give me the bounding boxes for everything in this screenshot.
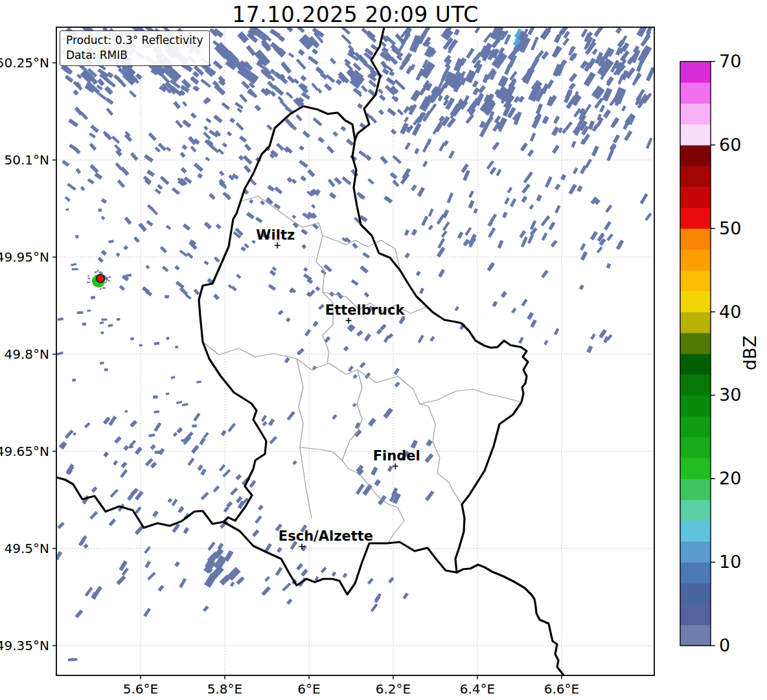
y-tick-label: 49.95°N [0,249,49,265]
radar-map: WiltzEttelbruckFindelEsch/Alzette5.6°E5.… [0,0,767,700]
x-tick-label: 6.2°E [376,681,411,697]
clutter-pixel [95,271,97,273]
x-tick-label: 5.8°E [207,681,242,697]
y-tick-label: 49.5°N [5,541,50,556]
x-tick-label: 5.6°E [123,681,158,697]
x-tick-label: 6.4°E [460,681,495,697]
colorbar-step [680,437,711,458]
city-label: Wiltz [256,227,295,243]
clutter-pixel [98,271,101,273]
echo-pixel [165,295,169,299]
colorbar-unit-label: dBZ [740,335,760,370]
colorbar-tick-label: 0 [719,635,730,655]
colorbar-step [680,249,711,271]
product-label: Product: 0.3° Reflectivity [66,33,203,48]
colorbar-tick-label: 30 [719,385,741,405]
colorbar-step [680,416,711,438]
colorbar-tick-label: 20 [719,468,741,488]
echo-pixel [75,234,79,238]
echo-pixel [72,268,78,271]
colorbar-step [680,583,711,604]
echo-pixel [102,319,108,321]
colorbar-step [680,333,711,354]
city-label: Esch/Alzette [279,528,373,544]
colorbar-step [680,479,711,500]
clutter-pixel [88,278,90,279]
clutter-pixel [108,280,109,282]
echo-pixel [153,395,158,398]
clutter-pixel [87,275,89,277]
colorbar-step [680,186,711,208]
echo-pixel [91,296,95,299]
colorbar-step [680,541,711,563]
echo-pixel [154,342,160,345]
echo-pixel [87,310,91,312]
y-tick-label: 49.35°N [0,638,49,653]
colorbar-step [680,374,711,396]
clutter-pixel [100,288,102,289]
echo-pixel [101,332,104,334]
clutter-pixel [97,270,99,271]
echo-pixel [139,344,143,346]
colorbar: 010203040506070 [680,51,741,655]
colorbar-tick-label: 40 [719,302,741,322]
clutter-pixel [106,277,108,278]
colorbar-tick-label: 50 [719,218,741,238]
echo-pixel [104,368,108,372]
echo-pixel [154,411,159,413]
colorbar-step [680,354,711,375]
y-tick-label: 50.25°N [0,55,49,71]
colorbar-step [680,62,711,83]
colorbar-step [680,500,711,521]
y-tick-label: 50.1°N [5,152,50,168]
x-tick-label: 6°E [297,681,320,697]
colorbar-step [680,562,711,583]
product-info-box: Product: 0.3° Reflectivity Data: RMIB [60,30,210,66]
colorbar-step [680,604,711,626]
echo-pixel [72,379,76,382]
colorbar-step [680,312,711,333]
colorbar-tick-label: 60 [719,135,741,155]
colorbar-step [680,166,711,187]
colorbar-step [680,124,711,146]
echo-pixel [82,322,86,325]
data-source-label: Data: RMIB [66,48,203,63]
colorbar-step [680,521,711,542]
colorbar-step [680,291,711,312]
city-label: Ettelbruck [325,302,406,318]
colorbar-step [680,145,711,166]
colorbar-step [680,458,711,479]
radar-site-dot [97,275,104,282]
clutter-pixel [102,288,106,289]
clutter-pixel [87,282,90,283]
colorbar-step [680,208,711,229]
colorbar-step [680,229,711,250]
echo-pixel [192,424,197,427]
clutter-pixel [105,282,107,283]
colorbar-step [680,270,711,291]
colorbar-step [680,82,711,104]
colorbar-step [680,103,711,124]
clutter-pixel [108,277,111,278]
colorbar-step [680,395,711,416]
y-tick-label: 49.65°N [0,444,49,459]
colorbar-tick-label: 70 [719,51,741,71]
radar-figure: 17.10.2025 20:09 UTC WiltzEttelbruckFind… [0,0,767,700]
echo-pixel [98,209,102,212]
city-label: Findel [373,448,420,464]
echo-pixel [77,311,84,314]
colorbar-step [680,625,711,646]
y-tick-label: 49.8°N [5,346,50,362]
x-tick-label: 6.6°E [544,681,579,697]
plot-background [56,27,654,675]
colorbar-tick-label: 10 [719,552,741,572]
